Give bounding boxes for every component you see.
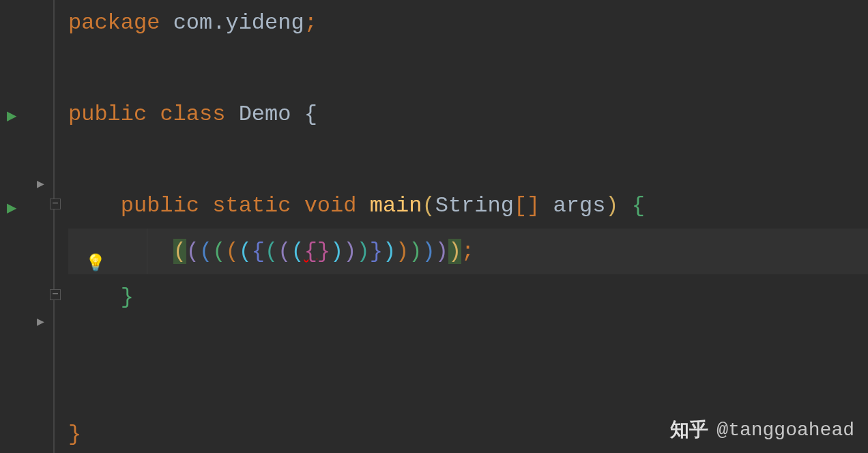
brace-open: { bbox=[304, 102, 317, 127]
keyword-void: void bbox=[304, 193, 357, 218]
paren-close: ) bbox=[605, 193, 618, 218]
bracket: ) bbox=[448, 239, 461, 264]
code-line-current: 💡 (((((({((({})))})))))); bbox=[68, 229, 868, 274]
bracket: ( bbox=[225, 239, 238, 264]
indent-guide bbox=[147, 229, 147, 274]
editor-gutter: ▶ ▶ ▶ ▶ − − bbox=[0, 0, 61, 453]
param-name: args bbox=[553, 193, 606, 218]
fold-expand-icon[interactable]: ▶ bbox=[37, 314, 44, 329]
bracket: { bbox=[252, 239, 265, 264]
bracket: ( bbox=[199, 239, 212, 264]
gutter-divider bbox=[53, 0, 55, 453]
method-name: main bbox=[370, 193, 422, 218]
fold-collapse-icon[interactable]: − bbox=[50, 289, 61, 300]
bracket: ( bbox=[239, 239, 252, 264]
array-brackets: [] bbox=[514, 193, 540, 218]
bracket: ( bbox=[278, 239, 291, 264]
code-line bbox=[68, 366, 868, 411]
class-name: Demo bbox=[239, 102, 291, 127]
fold-collapse-icon[interactable]: − bbox=[50, 199, 61, 209]
watermark: 知乎 @tanggoahead bbox=[670, 417, 854, 443]
bracket-error: { bbox=[304, 239, 317, 264]
bracket: ) bbox=[356, 239, 369, 264]
package-name: com.yideng bbox=[173, 10, 304, 35]
bracket: ( bbox=[173, 239, 186, 264]
keyword-public: public bbox=[121, 193, 199, 218]
semicolon: ; bbox=[461, 239, 474, 264]
bracket: ) bbox=[343, 239, 356, 264]
run-method-icon[interactable]: ▶ bbox=[7, 198, 16, 218]
brace-close: } bbox=[121, 284, 134, 310]
watermark-username: @tanggoahead bbox=[717, 420, 854, 441]
code-editor: ▶ ▶ ▶ ▶ − − package com.yideng; public c… bbox=[0, 0, 868, 453]
brace-open: { bbox=[632, 193, 645, 218]
brace-close: } bbox=[68, 422, 81, 447]
zhihu-logo: 知乎 bbox=[670, 417, 708, 443]
bracket: ) bbox=[409, 239, 422, 264]
bracket: ( bbox=[265, 239, 278, 264]
bracket: ( bbox=[186, 239, 199, 264]
code-line bbox=[68, 320, 868, 366]
bracket: ) bbox=[422, 239, 435, 264]
code-line bbox=[68, 137, 868, 183]
bracket: ( bbox=[291, 239, 304, 264]
code-line: } bbox=[68, 274, 868, 320]
bracket: ) bbox=[383, 239, 396, 264]
code-line: package com.yideng; bbox=[68, 0, 868, 46]
bracket: } bbox=[370, 239, 383, 264]
keyword-static: static bbox=[212, 193, 291, 218]
keyword-package: package bbox=[68, 10, 160, 35]
param-type: String bbox=[435, 193, 514, 218]
bracket: ( bbox=[212, 239, 225, 264]
paren-open: ( bbox=[422, 193, 435, 218]
run-class-icon[interactable]: ▶ bbox=[7, 106, 16, 126]
bracket: ) bbox=[396, 239, 409, 264]
code-line: public class Demo { bbox=[68, 91, 868, 137]
bracket: } bbox=[317, 239, 330, 264]
keyword-public: public bbox=[68, 102, 147, 127]
semicolon: ; bbox=[304, 10, 317, 35]
keyword-class: class bbox=[160, 102, 225, 127]
fold-expand-icon[interactable]: ▶ bbox=[37, 176, 44, 191]
code-line bbox=[68, 46, 868, 91]
code-line: public static void main(String[] args) { bbox=[68, 183, 868, 229]
bracket: ) bbox=[330, 239, 343, 264]
bracket: ) bbox=[435, 239, 448, 264]
code-content[interactable]: package com.yideng; public class Demo { … bbox=[61, 0, 868, 453]
